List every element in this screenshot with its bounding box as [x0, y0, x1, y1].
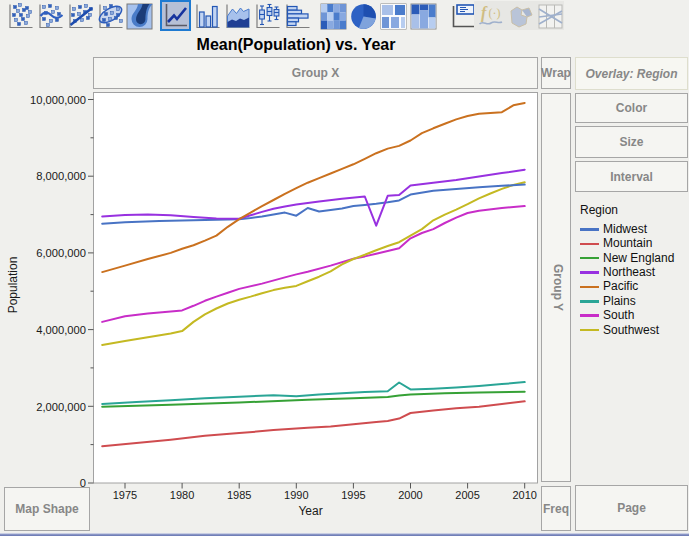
svg-text:2,000,000: 2,000,000 — [36, 401, 86, 413]
svg-text:Year: Year — [298, 504, 322, 518]
svg-text:6,000,000: 6,000,000 — [36, 247, 86, 259]
svg-text:1975: 1975 — [113, 489, 137, 501]
svg-text:8,000,000: 8,000,000 — [36, 170, 86, 182]
svg-text:1995: 1995 — [341, 489, 365, 501]
svg-text:1990: 1990 — [284, 489, 308, 501]
svg-text:Population: Population — [6, 257, 20, 314]
svg-text:1980: 1980 — [170, 489, 194, 501]
svg-text:10,000,000: 10,000,000 — [30, 94, 86, 106]
svg-text:1985: 1985 — [227, 489, 251, 501]
svg-text:2010: 2010 — [512, 489, 536, 501]
svg-text:2005: 2005 — [455, 489, 479, 501]
svg-text:4,000,000: 4,000,000 — [36, 324, 86, 336]
svg-text:2000: 2000 — [398, 489, 422, 501]
